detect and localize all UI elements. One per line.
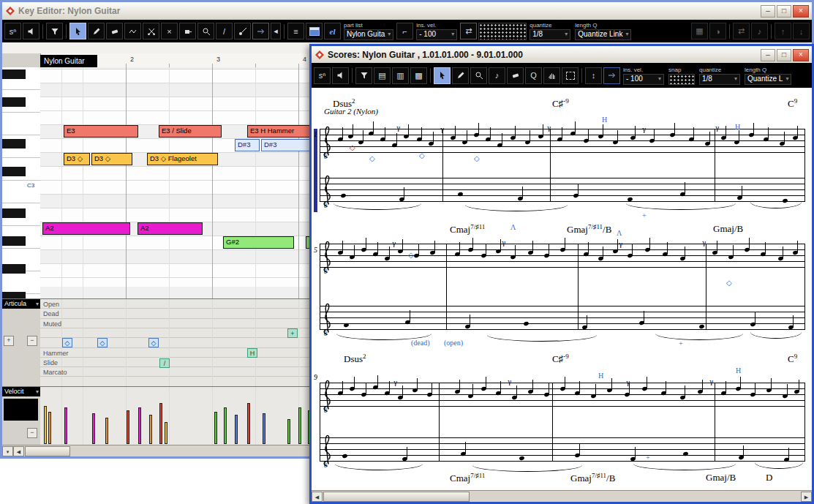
note-insert-button[interactable]: ♪ xyxy=(751,23,768,40)
midi-note[interactable]: D3 ◇ xyxy=(64,153,90,165)
insert-velocity-display[interactable]: ins. vel. - 100▾ xyxy=(623,66,664,85)
black-key[interactable] xyxy=(2,264,26,274)
minimize-button[interactable]: – xyxy=(761,49,775,61)
erase-tool[interactable] xyxy=(106,23,123,40)
rest[interactable]: γ xyxy=(547,124,551,132)
score-annotation[interactable]: H xyxy=(735,123,740,131)
black-key[interactable] xyxy=(2,69,26,79)
articulation-lane-selector[interactable]: Articula ▾ xyxy=(2,299,40,309)
articulation-marker[interactable]: + xyxy=(287,328,298,338)
slur[interactable] xyxy=(755,462,803,469)
chord-symbol[interactable]: Cmaj7/♯11 xyxy=(450,223,485,236)
midi-step-input-button[interactable]: ⇄ xyxy=(460,23,477,40)
score-annotation[interactable]: H xyxy=(736,366,741,375)
close-button[interactable]: × xyxy=(793,49,809,61)
rest[interactable]: γ xyxy=(619,241,622,248)
midi-note[interactable]: A2 xyxy=(137,222,203,235)
autoscroll-button[interactable] xyxy=(603,67,620,84)
quantize-display[interactable]: quantize 1/8▾ xyxy=(699,66,740,85)
lasso-tool[interactable] xyxy=(562,67,579,84)
slur[interactable] xyxy=(487,335,597,342)
velocity-bar[interactable] xyxy=(44,406,47,444)
chord-symbol[interactable]: D xyxy=(766,472,772,484)
midi-note[interactable]: D3 ◇ Flageolet xyxy=(147,153,218,165)
midi-note[interactable]: A2 xyxy=(42,222,130,235)
midi-note[interactable]: D3 ◇ xyxy=(91,153,132,165)
velocity-bar[interactable] xyxy=(247,403,250,444)
score-annotation[interactable]: ◇ xyxy=(408,251,414,259)
draw-tool[interactable] xyxy=(452,67,469,84)
staff-settings-button[interactable]: ▤ xyxy=(374,67,391,84)
velocity-bar[interactable] xyxy=(214,412,217,444)
zigzag-tool[interactable] xyxy=(124,23,141,40)
display-quantize-tool[interactable]: Q xyxy=(525,67,542,84)
time-warp-tool[interactable] xyxy=(234,23,251,40)
score-annotation[interactable]: (open) xyxy=(444,339,463,347)
articulation-marker[interactable]: ◇ xyxy=(97,338,108,347)
chord-symbol[interactable]: Cmaj7/♯11 xyxy=(450,472,485,484)
object-selection-tool[interactable] xyxy=(434,67,451,84)
articulation-marker[interactable]: H xyxy=(247,348,257,358)
solo-button[interactable]: sⁿ xyxy=(314,67,331,84)
quantize-display[interactable]: quantize 1/8▾ xyxy=(530,22,570,41)
part-list-display[interactable]: part list Nylon Guita▾ xyxy=(344,22,393,41)
show-part-borders-button[interactable]: ⌐ xyxy=(396,23,413,40)
chord-symbol[interactable]: Gmaj7/♯11/B xyxy=(570,472,615,484)
score-annotation[interactable]: H xyxy=(598,372,603,380)
color-scheme-button[interactable]: ◑ xyxy=(709,23,726,40)
rest[interactable]: γ xyxy=(715,124,719,132)
scroll-right-button[interactable]: ▶ xyxy=(801,492,812,502)
part-tab[interactable]: Nylon Guitar xyxy=(40,55,97,67)
scroll-left-button[interactable]: ◀ xyxy=(312,492,323,502)
remove-lane-button[interactable]: − xyxy=(27,428,37,438)
scroll-left-button[interactable]: ◀ xyxy=(13,446,24,456)
score-annotation[interactable]: ◇ xyxy=(369,154,375,162)
insert-note-tool[interactable]: ♪ xyxy=(489,67,505,84)
display-quantize-button[interactable]: ▩ xyxy=(410,67,427,84)
score-annotation[interactable]: ◇ xyxy=(726,279,732,287)
solo-button[interactable]: sⁿ xyxy=(4,23,21,40)
independent-track-loop-button[interactable] xyxy=(306,23,323,40)
velocity-bar[interactable] xyxy=(287,419,290,444)
rest[interactable]: γ xyxy=(626,379,630,386)
velocity-bar[interactable] xyxy=(263,413,265,444)
rest[interactable]: γ xyxy=(396,124,400,132)
length-quantize-display[interactable]: length Q Quantize L▾ xyxy=(745,66,791,85)
draw-tool[interactable] xyxy=(88,23,105,40)
snap-display[interactable]: snap xyxy=(668,66,695,85)
velocity-bar[interactable] xyxy=(127,410,129,444)
black-key[interactable] xyxy=(2,139,26,148)
score-page[interactable]: Guitar 2 (Nylon) 881Dsus2C♯-9C9γγγγγHH◇◇… xyxy=(312,88,812,490)
midi-note[interactable]: D#3 xyxy=(235,139,260,151)
rest[interactable]: γ xyxy=(392,240,396,247)
midi-note[interactable]: E3 xyxy=(64,125,138,138)
remove-lane-button[interactable]: − xyxy=(27,336,37,346)
piano-keyboard[interactable]: C3 xyxy=(2,67,41,298)
velocity-bar[interactable] xyxy=(92,413,95,444)
chord-symbol[interactable]: C9 xyxy=(788,97,797,110)
zoom-preset-button[interactable]: ▾ xyxy=(2,446,13,456)
maximize-button[interactable]: □ xyxy=(777,5,791,18)
black-key[interactable] xyxy=(2,208,26,218)
slur[interactable] xyxy=(750,202,802,208)
velocity-bar[interactable] xyxy=(48,412,51,444)
black-key[interactable] xyxy=(2,97,26,107)
rest[interactable]: γ xyxy=(393,379,397,386)
length-quantize-display[interactable]: length Q Quantize Link▾ xyxy=(575,22,631,41)
slur[interactable] xyxy=(626,203,736,210)
chord-symbol[interactable]: Gmaj/B xyxy=(706,472,736,484)
score-annotation[interactable]: ◇ xyxy=(474,154,480,162)
velocity-bar[interactable] xyxy=(235,415,238,444)
score-annotation[interactable]: + xyxy=(679,339,683,347)
velocity-bar[interactable] xyxy=(165,422,167,444)
scrollbar-thumb[interactable] xyxy=(323,492,470,502)
filter-button[interactable] xyxy=(46,23,63,40)
velocity-bar[interactable] xyxy=(64,407,67,444)
glue-tool[interactable] xyxy=(179,23,196,40)
black-key[interactable] xyxy=(2,236,26,246)
slur[interactable] xyxy=(472,465,582,472)
score-annotation[interactable]: H xyxy=(602,116,607,124)
articulation-marker[interactable]: ◇ xyxy=(148,338,159,347)
score-annotation[interactable]: (dead) xyxy=(411,339,430,347)
velocity-lane-selector[interactable]: Velocit ▾ xyxy=(2,387,40,396)
